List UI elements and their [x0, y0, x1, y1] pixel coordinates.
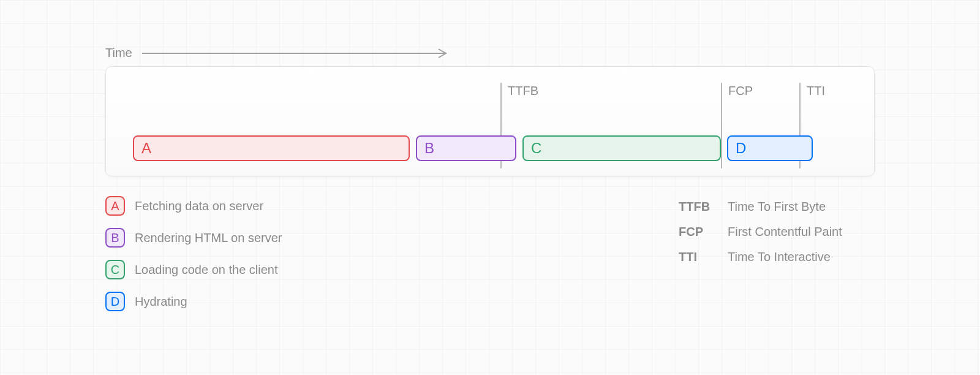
phase-label: C	[531, 140, 541, 157]
marker-label: TTFB	[508, 84, 538, 98]
legend-desc: Rendering HTML on server	[135, 231, 282, 245]
legend-desc: Fetching data on server	[135, 199, 263, 213]
phase-label: D	[736, 140, 746, 157]
milestone-abbr: TTI	[679, 250, 718, 264]
time-label-text: Time	[105, 46, 132, 60]
phase-label: B	[424, 140, 434, 157]
legend-swatch: A	[105, 196, 125, 216]
phase-d: D	[727, 135, 813, 161]
milestone-abbr: FCP	[679, 225, 718, 239]
phase-c: C	[522, 135, 721, 161]
legend-desc: Loading code on the client	[135, 263, 278, 277]
legend-swatch-letter: B	[111, 231, 119, 245]
legend-swatch-letter: A	[111, 199, 119, 213]
milestone-desc: Time To First Byte	[728, 200, 842, 214]
milestone-desc: First Contentful Paint	[728, 225, 842, 239]
timeline-chart: TTFB FCP TTI A B C D	[105, 66, 875, 176]
arrow-right-icon	[142, 47, 448, 59]
marker-label: FCP	[728, 84, 753, 98]
milestone-abbr: TTFB	[679, 200, 718, 214]
legend-swatch: C	[105, 260, 125, 279]
phase-legend: A Fetching data on server B Rendering HT…	[105, 196, 282, 311]
legend-swatch-letter: C	[111, 263, 119, 277]
marker-tick	[721, 83, 722, 169]
legend-row-b: B Rendering HTML on server	[105, 228, 282, 248]
legend-row-a: A Fetching data on server	[105, 196, 282, 216]
legend-row-c: C Loading code on the client	[105, 260, 282, 279]
milestone-desc: Time To Interactive	[728, 250, 842, 264]
marker-label: TTI	[807, 84, 825, 98]
time-axis-label: Time	[105, 46, 448, 60]
marker-fcp: FCP	[721, 73, 722, 171]
phase-label: A	[141, 140, 151, 157]
legend-swatch: B	[105, 228, 125, 248]
legend-swatch-letter: D	[111, 295, 119, 309]
legend-row-d: D Hydrating	[105, 292, 282, 311]
milestone-legend: TTFB Time To First Byte FCP First Conten…	[679, 200, 842, 264]
phase-a: A	[133, 135, 410, 161]
phase-b: B	[416, 135, 516, 161]
legend-swatch: D	[105, 292, 125, 311]
legend-desc: Hydrating	[135, 295, 187, 309]
